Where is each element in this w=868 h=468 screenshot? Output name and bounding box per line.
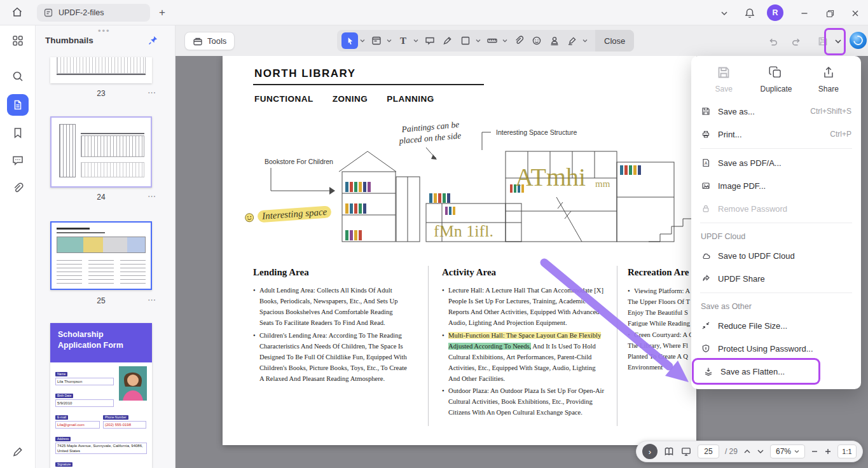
- thumbnails-panel: ••• Thumbnails 23 ⋯ 24 ⋯ 25 ⋯ Scho: [36, 25, 176, 468]
- svg-text:A: A: [705, 161, 708, 165]
- page-thumbnail-form[interactable]: Scholarship Application Form Name Lila T…: [50, 323, 152, 468]
- form-field-label: Phone Number: [103, 415, 128, 420]
- pdf-page[interactable]: NORTH LIBRARY FUNCTIONALZONINGPLANNING: [223, 56, 696, 445]
- menu-item-reduce-file-size[interactable]: Reduce File Size...: [691, 314, 861, 337]
- redo-icon[interactable]: [789, 34, 804, 49]
- text-tool-chevron-icon[interactable]: [412, 39, 419, 43]
- thumbnails-panel-icon[interactable]: [7, 94, 29, 116]
- menu-item-save-as-flatten[interactable]: Save as Flatten...: [694, 360, 818, 383]
- zoom-in-button[interactable]: [824, 448, 832, 455]
- close-tools-button[interactable]: Close: [595, 30, 634, 52]
- sign-tool[interactable]: [564, 32, 581, 49]
- flatten-icon: [703, 366, 713, 376]
- thumbnail-menu-button[interactable]: ⋯: [148, 88, 156, 97]
- zoom-out-button[interactable]: [811, 448, 818, 455]
- collapse-chevron-icon[interactable]: [717, 6, 732, 21]
- measure-tool-chevron-icon[interactable]: [501, 39, 508, 43]
- measure-tool[interactable]: [484, 32, 500, 49]
- select-tool[interactable]: [341, 32, 358, 49]
- expand-statusbar-button[interactable]: ›: [642, 444, 658, 459]
- previous-page-chevron-icon[interactable]: [743, 449, 751, 454]
- page-thumbnail-23[interactable]: [50, 57, 152, 83]
- actual-size-button[interactable]: 1:1: [837, 444, 857, 458]
- minimize-button[interactable]: [797, 6, 812, 21]
- annotation-highlight-box-chevron: [824, 28, 846, 55]
- thumbnail-menu-button[interactable]: ⋯: [148, 295, 156, 305]
- quick-actions-row: Save Duplicate Share: [691, 56, 861, 100]
- save-icon: [716, 65, 731, 80]
- page-thumbnail-25-selected[interactable]: [50, 221, 152, 290]
- next-page-chevron-icon[interactable]: [757, 449, 764, 454]
- page-thumbnail-24[interactable]: [50, 116, 152, 188]
- recreation-area-column: Recreation Are Viewing Platform: A V The…: [628, 267, 695, 373]
- sticker-tool[interactable]: [528, 32, 545, 49]
- avatar[interactable]: R: [767, 4, 783, 21]
- reading-mode-icon[interactable]: [663, 446, 675, 457]
- panel-drag-handle-icon[interactable]: •••: [98, 26, 111, 36]
- structure-note: Interesting Space Structure: [496, 128, 577, 136]
- page-layout-chevron-icon[interactable]: [385, 39, 392, 43]
- document-tab[interactable]: UPDF-2-files: [37, 4, 150, 22]
- apps-grid-icon[interactable]: [11, 34, 24, 47]
- signature-pen-icon[interactable]: [11, 445, 24, 458]
- undo-icon[interactable]: [766, 34, 781, 49]
- menu-item-save-to-updf-cloud[interactable]: Save to UPDF Cloud: [691, 244, 861, 267]
- lock-icon: [701, 203, 711, 214]
- comment-tool[interactable]: [422, 32, 438, 49]
- new-tab-button[interactable]: +: [159, 6, 165, 20]
- sign-tool-chevron-icon[interactable]: [581, 39, 588, 43]
- page-total: / 29: [725, 447, 738, 456]
- screen-mode-icon[interactable]: [680, 446, 692, 457]
- search-icon[interactable]: [11, 70, 24, 83]
- tools-button[interactable]: Tools: [184, 32, 235, 50]
- compress-icon: [701, 320, 711, 331]
- bookmark-icon[interactable]: [11, 127, 24, 139]
- pin-panel-icon[interactable]: [148, 35, 158, 46]
- updf-ai-button[interactable]: [850, 32, 867, 49]
- thumbnail-menu-button[interactable]: ⋯: [148, 191, 156, 201]
- form-field-label: Birth Date: [55, 394, 73, 398]
- comments-icon[interactable]: [11, 154, 24, 167]
- architecture-sketch: Paintings can be placed on the side Inte…: [235, 114, 696, 261]
- share-quick-action[interactable]: Share: [806, 65, 851, 93]
- menu-item-image-pdf[interactable]: Image PDF...: [691, 174, 861, 197]
- attachments-paperclip-icon[interactable]: [11, 182, 24, 195]
- form-field-label: Address: [55, 437, 71, 441]
- panel-title: Thumbnails: [45, 36, 93, 45]
- menu-item-print[interactable]: Print... Ctrl+P: [691, 123, 861, 146]
- garbled-text-1b: mm: [595, 179, 610, 189]
- shape-tool[interactable]: [457, 32, 474, 49]
- notifications-bell-icon[interactable]: [742, 6, 757, 21]
- form-field-label: E-mail: [55, 415, 68, 420]
- zoom-select[interactable]: 67%: [770, 444, 805, 458]
- text-tool[interactable]: T: [395, 32, 411, 49]
- menu-item-updf-share[interactable]: UPDF Share: [691, 267, 861, 290]
- select-tool-chevron-icon[interactable]: [359, 39, 366, 43]
- menu-item-remove-password: Remove Password: [691, 197, 861, 220]
- duplicate-quick-action[interactable]: Duplicate: [754, 65, 798, 93]
- menu-item-save-as[interactable]: Save as... Ctrl+Shift+S: [691, 100, 861, 123]
- menu-section-updf-cloud: UPDF Cloud: [691, 226, 861, 244]
- menu-item-save-as-pdfa[interactable]: A Save as PDF/A...: [691, 151, 861, 174]
- menu-divider: [700, 223, 852, 223]
- left-sidebar: [0, 25, 36, 468]
- home-icon[interactable]: [11, 6, 24, 18]
- doc-title: NORTH LIBRARY: [254, 67, 356, 80]
- column-divider: [617, 266, 617, 426]
- page-number-input[interactable]: 25: [698, 444, 719, 458]
- menu-item-protect-using-password[interactable]: Protect Using Password...: [691, 337, 861, 360]
- activity-area-column: Activity Area Lecture Hall: A Lecture Ha…: [442, 267, 606, 420]
- shape-tool-chevron-icon[interactable]: [474, 39, 481, 43]
- page-layout-tool[interactable]: [368, 32, 385, 49]
- marker-pen-tool[interactable]: [439, 32, 456, 49]
- print-icon: [701, 129, 711, 139]
- restore-window-button[interactable]: [822, 6, 837, 21]
- attach-file-tool[interactable]: [511, 32, 527, 49]
- close-window-button[interactable]: [848, 6, 863, 21]
- tools-icon: [193, 36, 203, 46]
- menu-section-save-as-other: Save as Other: [691, 296, 861, 314]
- form-field-value: (202) 555-0198: [103, 421, 146, 429]
- form-title: Scholarship Application Form: [50, 323, 152, 362]
- column-heading: Recreation Are: [628, 267, 695, 278]
- stamp-tool[interactable]: [546, 32, 563, 49]
